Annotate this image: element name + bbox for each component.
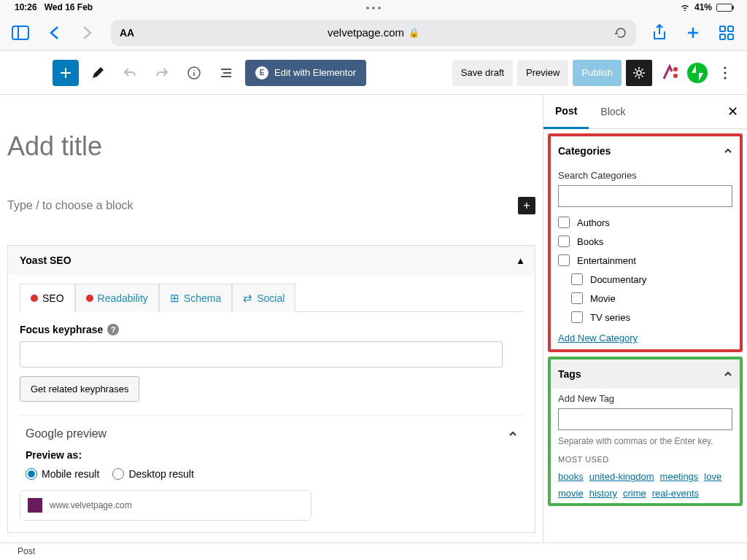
chevron-up-icon[interactable] xyxy=(508,429,517,438)
preview-button[interactable]: Preview xyxy=(517,60,568,86)
yoast-tab-label: Schema xyxy=(184,292,221,304)
editor-canvas[interactable]: Add title Type / to choose a block + Yoa… xyxy=(0,95,543,542)
yoast-tab-social[interactable]: ⇄Social xyxy=(232,284,295,312)
desktop-result-radio[interactable]: Desktop result xyxy=(112,468,193,480)
search-categories-input[interactable] xyxy=(558,185,732,207)
tags-panel-header[interactable]: Tags xyxy=(551,359,740,389)
category-label: Books xyxy=(577,236,603,247)
reload-icon[interactable] xyxy=(614,26,627,39)
radio-label: Desktop result xyxy=(128,468,193,480)
new-tab-icon[interactable] xyxy=(683,23,703,43)
yoast-panel-title: Yoast SEO xyxy=(20,254,71,266)
get-related-keyphrases-button[interactable]: Get related keyphrases xyxy=(20,376,139,402)
search-snippet-preview: www.velvetpage.com xyxy=(20,490,311,521)
safari-toolbar: AA velvetpage.com 🔒 xyxy=(0,15,747,51)
info-icon[interactable] xyxy=(181,60,207,86)
add-block-toolbar-button[interactable] xyxy=(53,60,79,86)
publish-button[interactable]: Publish xyxy=(573,60,622,86)
block-placeholder[interactable]: Type / to choose a block xyxy=(7,199,133,212)
yoast-tab-label: Social xyxy=(257,292,285,304)
chevron-up-icon[interactable] xyxy=(724,147,732,155)
sidebar-toggle-icon[interactable] xyxy=(10,23,31,43)
outline-icon[interactable] xyxy=(213,60,239,86)
category-checkbox[interactable] xyxy=(558,236,570,247)
yoast-tab-seo[interactable]: SEO xyxy=(20,284,75,312)
settings-gear-icon[interactable] xyxy=(626,60,652,86)
category-item[interactable]: Movie xyxy=(558,289,732,308)
yoast-panel-header[interactable]: Yoast SEO ▴ xyxy=(8,246,535,275)
category-checkbox[interactable] xyxy=(558,254,570,266)
help-icon[interactable]: ? xyxy=(107,324,119,335)
most-used-label: MOST USED xyxy=(551,452,740,467)
inline-add-block-button[interactable]: + xyxy=(518,197,535,214)
snippet-url: www.velvetpage.com xyxy=(50,500,132,510)
google-preview-header[interactable]: Google preview xyxy=(20,415,523,440)
tag-link[interactable]: meetings xyxy=(660,471,699,482)
add-new-category-link[interactable]: Add New Category xyxy=(551,327,645,349)
tabs-grid-icon[interactable] xyxy=(716,23,737,43)
multitask-handle-icon[interactable] xyxy=(366,7,381,9)
tag-link[interactable]: books xyxy=(558,471,584,482)
add-new-tag-input[interactable] xyxy=(558,408,732,430)
category-item[interactable]: Documentary xyxy=(558,270,732,289)
category-checkbox[interactable] xyxy=(571,311,583,323)
categories-panel-header[interactable]: Categories xyxy=(551,136,740,166)
tag-link[interactable]: crime xyxy=(623,488,646,499)
sidebar-tab-block[interactable]: Block xyxy=(589,96,637,128)
elementor-e-icon: E xyxy=(255,66,268,79)
tag-link[interactable]: love xyxy=(704,471,721,482)
most-used-tags: booksunited-kingdommeetingslovemoviehist… xyxy=(551,467,740,503)
category-label: Documentary xyxy=(590,274,646,285)
reader-icon[interactable]: AA xyxy=(120,27,134,39)
share-icon[interactable] xyxy=(649,23,670,43)
svg-point-13 xyxy=(724,77,726,79)
collapse-caret-icon[interactable]: ▴ xyxy=(518,254,523,266)
preview-as-label: Preview as: xyxy=(26,449,523,461)
mobile-result-radio[interactable]: Mobile result xyxy=(26,468,99,480)
tag-link[interactable]: history xyxy=(589,488,617,499)
categories-list: AuthorsBooksEntertainmentDocumentaryMovi… xyxy=(551,213,740,327)
battery-icon xyxy=(716,4,732,12)
back-icon[interactable] xyxy=(44,23,64,43)
jetpack-icon[interactable] xyxy=(687,63,708,83)
svg-rect-2 xyxy=(720,26,725,31)
more-options-icon[interactable] xyxy=(712,60,738,86)
svg-point-11 xyxy=(724,66,726,69)
tag-link[interactable]: real-events xyxy=(652,488,699,499)
search-categories-label: Search Categories xyxy=(558,170,732,181)
category-label: TV series xyxy=(590,312,630,323)
redo-icon xyxy=(149,60,175,86)
svg-rect-0 xyxy=(12,26,28,39)
category-item[interactable]: TV series xyxy=(558,308,732,327)
forward-icon xyxy=(77,23,98,43)
battery-percent: 41% xyxy=(694,2,712,12)
focus-keyphrase-label: Focus keyphrase ? xyxy=(20,324,523,335)
status-dot-icon xyxy=(86,295,93,302)
category-item[interactable]: Books xyxy=(558,232,732,251)
category-checkbox[interactable] xyxy=(571,292,583,304)
share-nodes-icon: ⇄ xyxy=(243,292,252,305)
save-draft-button[interactable]: Save draft xyxy=(452,60,513,86)
yoast-traffic-icon[interactable] xyxy=(657,60,683,86)
editor-toolbar: E Edit with Elementor Save draft Preview… xyxy=(0,51,747,95)
focus-keyphrase-input[interactable] xyxy=(20,341,503,368)
label-text: Focus keyphrase xyxy=(20,324,103,335)
category-label: Authors xyxy=(577,217,610,228)
url-field[interactable]: AA velvetpage.com 🔒 xyxy=(111,20,636,46)
category-item[interactable]: Entertainment xyxy=(558,251,732,270)
post-title-input[interactable]: Add title xyxy=(7,131,535,162)
category-item[interactable]: Authors xyxy=(558,213,732,232)
url-text: velvetpage.com xyxy=(328,26,404,39)
category-checkbox[interactable] xyxy=(571,273,583,285)
tag-link[interactable]: united-kingdom xyxy=(589,471,654,482)
chevron-up-icon[interactable] xyxy=(724,370,732,378)
close-sidebar-icon[interactable]: ✕ xyxy=(727,104,738,120)
category-checkbox[interactable] xyxy=(558,217,570,228)
svg-rect-3 xyxy=(728,26,733,31)
sidebar-tab-post[interactable]: Post xyxy=(543,95,589,129)
tag-link[interactable]: movie xyxy=(558,488,584,499)
yoast-tab-readability[interactable]: Readability xyxy=(75,284,159,312)
yoast-tab-schema[interactable]: ⊞Schema xyxy=(159,284,232,312)
edit-with-elementor-button[interactable]: E Edit with Elementor xyxy=(245,60,366,86)
edit-pencil-icon[interactable] xyxy=(85,60,111,86)
